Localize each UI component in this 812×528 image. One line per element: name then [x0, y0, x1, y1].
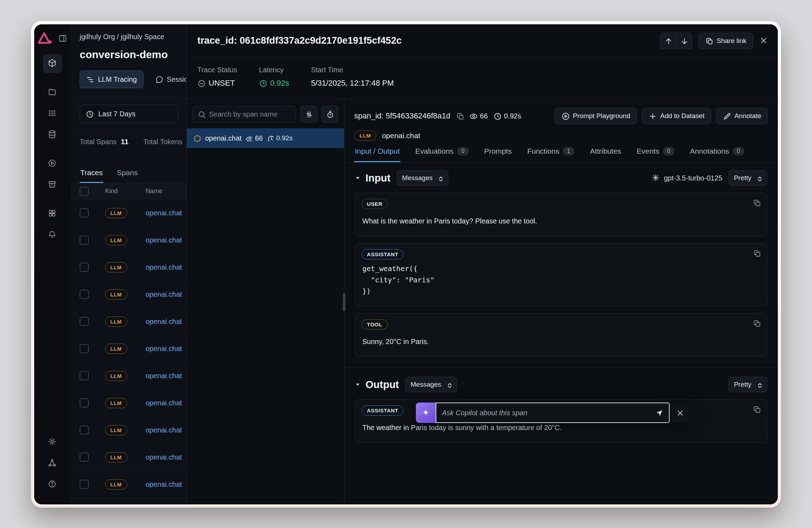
table-row[interactable]: LLM openai.chat [71, 362, 186, 389]
table-row[interactable]: LLM openai.chat [71, 199, 186, 227]
row-checkbox[interactable] [80, 263, 89, 272]
span-name-link[interactable]: openai.chat [146, 209, 186, 217]
table-row[interactable]: LLM openai.chat [71, 281, 186, 308]
time-range-select[interactable]: Last 7 Days [80, 105, 178, 123]
span-name-link[interactable]: openai.chat [146, 399, 186, 407]
projects-icon[interactable] [43, 54, 62, 73]
annotate-button[interactable]: Annotate [716, 108, 768, 124]
copy-message-button[interactable] [753, 405, 761, 413]
datasets-icon[interactable] [43, 125, 62, 144]
output-format-select[interactable]: Pretty [728, 377, 767, 392]
sessions-button[interactable]: Sessions [148, 70, 186, 88]
phoenix-logo-icon[interactable] [37, 31, 52, 45]
prompt-playground-button[interactable]: Prompt Playground [555, 108, 637, 124]
row-checkbox[interactable] [80, 480, 89, 489]
table-row[interactable]: LLM openai.chat [71, 308, 186, 335]
apps-grid-icon[interactable] [43, 204, 62, 223]
close-button[interactable] [759, 36, 769, 45]
table-row[interactable]: LLM openai.chat [71, 227, 186, 254]
panel-resize-handle[interactable] [343, 293, 345, 311]
copy-message-button[interactable] [753, 199, 761, 207]
span-tree-row[interactable]: openai.chat 66 0.92s [187, 128, 344, 148]
copy-span-id-button[interactable] [456, 112, 464, 120]
icon-rail [34, 24, 71, 504]
folder-icon[interactable] [43, 83, 62, 102]
sidebar-toggle-icon[interactable] [56, 32, 68, 44]
llm-tracing-button[interactable]: LLM Tracing [80, 70, 143, 88]
project-tab[interactable]: Spans [116, 164, 139, 183]
span-name-link[interactable]: openai.chat [146, 453, 186, 461]
detail-tab[interactable]: Annotations 0 [689, 142, 745, 162]
help-icon[interactable] [43, 475, 62, 494]
previous-trace-button[interactable] [660, 33, 676, 49]
span-detail-name: openai.chat [382, 131, 420, 140]
table-row[interactable]: LLM openai.chat [71, 417, 186, 444]
row-checkbox[interactable] [80, 425, 89, 435]
latency-sort-button[interactable] [321, 106, 338, 123]
traces-table-header: Kind Name [71, 183, 186, 199]
output-heading[interactable]: Output [355, 379, 399, 391]
row-checkbox[interactable] [80, 453, 89, 462]
row-checkbox[interactable] [80, 398, 89, 407]
breadcrumb[interactable]: jgilhuly Org / jgilhuly Space [80, 33, 186, 41]
archive-icon[interactable] [43, 175, 62, 194]
next-trace-button[interactable] [676, 33, 692, 49]
input-heading[interactable]: Input [355, 172, 390, 184]
table-row[interactable]: LLM openai.chat [71, 389, 186, 417]
select-all-checkbox[interactable] [80, 187, 89, 196]
filter-spans-button[interactable] [300, 106, 317, 123]
span-name-link[interactable]: openai.chat [146, 290, 186, 299]
copilot-send-button[interactable] [656, 409, 663, 417]
detail-tab[interactable]: Prompts [484, 142, 512, 162]
table-row[interactable]: LLM openai.chat [71, 254, 186, 281]
copy-message-button[interactable] [753, 249, 761, 257]
settings-gear-icon[interactable] [43, 432, 62, 452]
add-to-dataset-button[interactable]: Add to Dataset [642, 108, 711, 124]
detail-tab[interactable]: Functions 1 [527, 142, 575, 162]
row-checkbox[interactable] [80, 208, 89, 217]
name-column-header[interactable]: Name [146, 188, 186, 195]
span-name-link[interactable]: openai.chat [146, 236, 186, 244]
span-name-link[interactable]: openai.chat [146, 318, 186, 326]
row-checkbox[interactable] [80, 290, 89, 299]
copilot-input[interactable] [442, 409, 651, 417]
span-name-link[interactable]: openai.chat [146, 372, 186, 380]
output-mode-select[interactable]: Messages [405, 377, 457, 392]
table-row[interactable]: LLM openai.chat [71, 471, 186, 498]
copy-icon [456, 112, 464, 120]
list-icon[interactable] [43, 104, 62, 123]
kind-badge: LLM [105, 208, 127, 218]
copilot-close-button[interactable] [670, 403, 689, 423]
row-checkbox[interactable] [80, 235, 89, 245]
search-icon [198, 110, 205, 118]
kind-badge: LLM [105, 344, 127, 354]
row-checkbox[interactable] [80, 344, 89, 353]
close-icon [676, 409, 684, 417]
table-row[interactable]: LLM openai.chat [71, 444, 186, 471]
input-format-select[interactable]: Pretty [728, 170, 767, 186]
span-name-link[interactable]: openai.chat [146, 480, 186, 489]
detail-tab[interactable]: Evaluations 0 [414, 142, 469, 162]
detail-tab[interactable]: Input / Output [354, 142, 400, 162]
integrations-graph-icon[interactable] [43, 454, 62, 473]
output-section-controls: Pretty [728, 377, 767, 392]
latency-clock-icon [267, 135, 273, 141]
project-tab[interactable]: Traces [80, 164, 103, 183]
span-name-link[interactable]: openai.chat [146, 426, 186, 434]
span-name-link[interactable]: openai.chat [146, 263, 186, 271]
input-mode-select[interactable]: Messages [397, 170, 449, 186]
copy-message-button[interactable] [753, 319, 761, 327]
playground-icon[interactable] [43, 154, 62, 173]
share-link-button[interactable]: Share link [699, 33, 753, 49]
notifications-bell-icon[interactable] [43, 225, 62, 244]
detail-tab[interactable]: Attributes [589, 142, 622, 162]
detail-tab[interactable]: Events 0 [636, 142, 675, 162]
kind-column-header[interactable]: Kind [105, 188, 146, 195]
time-range-section: Last 7 Days [71, 98, 186, 129]
traces-table-body: LLM openai.chat LLM openai.chat LLM open… [71, 199, 186, 498]
row-checkbox[interactable] [80, 317, 89, 326]
span-name-link[interactable]: openai.chat [146, 345, 186, 353]
table-row[interactable]: LLM openai.chat [71, 335, 186, 362]
row-checkbox[interactable] [80, 371, 89, 380]
span-search-input[interactable] [209, 110, 291, 118]
